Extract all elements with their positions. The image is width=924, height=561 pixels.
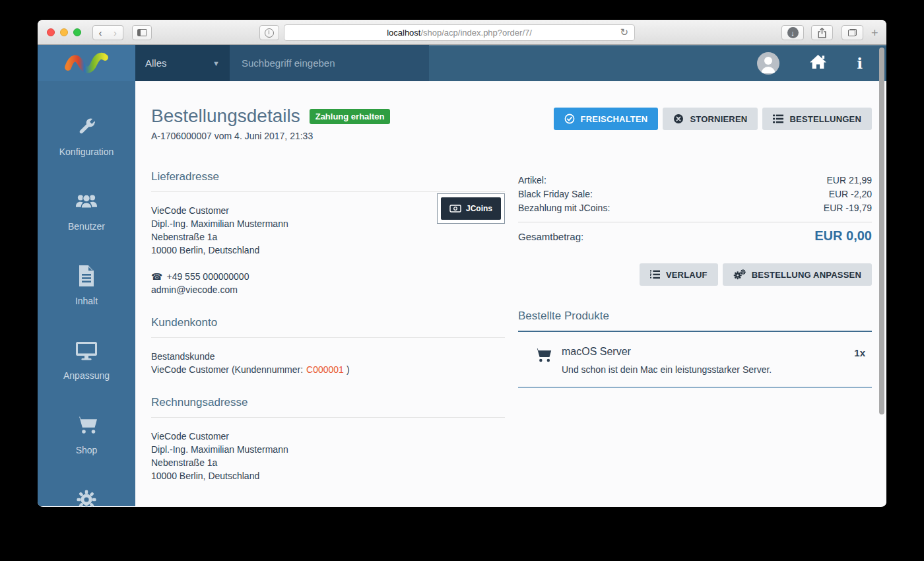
sidebar-item-anpassung[interactable]: Anpassung [38,310,135,385]
sidebar-item-label: Inhalt [75,296,98,306]
order-subtitle: A-1706000007 vom 4. Juni 2017, 21:33 [151,131,390,141]
wrench-icon [76,116,97,138]
list-icon [773,114,783,123]
section-heading: Bestellte Produkte [518,310,872,332]
share-button[interactable] [811,25,833,40]
customer-line: VieCode Customer (Kundennummer:C000001) [151,363,505,376]
money-icon [449,205,461,213]
sidebar-item-verwaltung[interactable]: Verwaltung [38,459,135,507]
orders-list-button[interactable]: BESTELLUNGEN [762,108,872,130]
extension-button[interactable] [259,25,279,40]
approve-button[interactable]: FREISCHALTEN [554,108,659,130]
sidebar-item-label: Konfiguration [59,147,114,157]
address-line: Dipl.-Ing. Maximilian Mustermann [151,443,505,456]
file-text-icon [78,265,95,287]
totals-row: Black Friday Sale: EUR -2,20 [518,187,872,201]
customer-line-prefix: VieCode Customer (Kundennummer: [151,364,303,375]
download-icon: ↓ [787,27,799,38]
chevron-right-icon: › [114,27,117,38]
address-line: Nebenstraße 1a [151,230,505,244]
customer-status: Bestandskunde [151,350,505,363]
left-column: Lieferadresse JCoins [151,170,505,502]
minimize-window-button[interactable] [60,28,68,36]
user-menu-button[interactable] [757,52,779,75]
woltlab-logo-icon [61,50,112,77]
adjust-order-button[interactable]: BESTELLUNG ANPASSEN [723,263,872,286]
product-name[interactable]: macOS Server [562,346,854,358]
page-scrollbar[interactable] [879,48,884,414]
address-line: VieCode Customer [151,430,505,443]
totals-value: EUR 21,99 [827,174,872,187]
address-line: Nebenstraße 1a [151,456,505,469]
sidebar-toggle-button[interactable] [132,25,152,40]
search-scope-label: Alles [145,57,167,69]
check-circle-icon [564,114,575,124]
grand-total-label: Gesamtbetrag: [518,231,583,242]
ordered-products-section: Bestellte Produkte macOS Server Und sc [518,310,872,388]
sidebar-item-benutzer[interactable]: Benutzer [38,161,135,236]
customer-number-link[interactable]: C000001 [306,364,344,375]
totals-label: Bezahlung mit JCoins: [518,201,610,215]
tab-overview-button[interactable] [842,25,863,40]
zoom-window-button[interactable] [73,28,81,36]
times-circle-icon [673,114,684,124]
totals-label: Black Friday Sale: [518,187,593,201]
totals-value: EUR -2,20 [829,187,872,201]
address-bar[interactable]: localhost/shop/acp/index.php?order/7/ ↻ [284,24,635,41]
browser-toolbar: ‹ › localhost/shop/acp/index.php?order/7… [38,20,886,45]
grand-total-row: Gesamtbetrag: EUR 0,00 [518,228,872,244]
brand-logo[interactable] [38,45,135,81]
page-title: Bestellungsdetails [151,106,300,127]
address-line: 10000 Berlin, Deutschland [151,469,505,482]
phone-number: +49 555 000000000 [166,271,249,282]
cancel-button-label: STORNIEREN [690,114,747,124]
back-button[interactable]: ‹ [92,25,108,40]
reload-icon[interactable]: ↻ [620,26,628,38]
url-path: /shop/acp/index.php?order/7/ [420,28,531,38]
url-host: localhost [387,28,420,38]
section-heading: Rechnungsadresse [151,396,505,418]
search-input[interactable] [240,57,418,69]
cart-icon [534,347,552,366]
avatar-icon [757,52,779,75]
history-button[interactable]: VERLAUF [640,263,718,286]
home-button[interactable] [809,54,827,72]
orders-button-label: BESTELLUNGEN [789,114,861,124]
sidebar-item-shop[interactable]: Shop [38,385,135,459]
address-line: 10000 Berlin, Deutschland [151,244,505,257]
phone-icon: ☎ [151,271,162,282]
sidebar-icon [137,29,147,36]
monitor-icon [75,339,98,362]
right-column: Artikel: EUR 21,99 Black Friday Sale: EU… [518,170,872,388]
billing-address-section: Rechnungsadresse VieCode Customer Dipl.-… [151,396,505,482]
help-button[interactable]: i [857,55,863,71]
chevron-left-icon: ‹ [99,27,102,38]
totals-row: Artikel: EUR 21,99 [518,174,872,187]
cart-icon [75,414,98,436]
sidebar-nav: Konfiguration Benutzer [38,81,135,506]
gear-icon [76,488,97,507]
status-badge: Zahlung erhalten [310,109,391,124]
downloads-button[interactable]: ↓ [781,25,804,40]
payment-method-badge: JCoins [437,193,505,224]
cogs-icon [733,269,746,280]
search-scope-dropdown[interactable]: Alles ▼ [135,45,230,81]
email-line: admin@viecode.com [151,283,505,296]
payment-method-label: JCoins [466,202,492,215]
phone-line: ☎+49 555 000000000 [151,270,505,283]
info-icon: i [857,54,863,72]
forward-button[interactable]: › [108,25,123,40]
sidebar-item-konfiguration[interactable]: Konfiguration [38,86,135,161]
totals-value: EUR -19,79 [824,201,872,215]
new-tab-button[interactable]: + [871,26,878,40]
totals-label: Artikel: [518,174,546,187]
sidebar-item-label: Benutzer [68,221,105,232]
adjust-button-label: BESTELLUNG ANPASSEN [752,270,861,280]
close-window-button[interactable] [47,28,55,36]
header-spacer [429,45,757,81]
section-heading: Kundenkonto [151,316,505,338]
main-content: Bestellungsdetails Zahlung erhalten A-17… [135,81,886,506]
header-icons: i [757,45,886,81]
cancel-order-button[interactable]: STORNIEREN [663,108,758,130]
sidebar-item-inhalt[interactable]: Inhalt [38,236,135,310]
